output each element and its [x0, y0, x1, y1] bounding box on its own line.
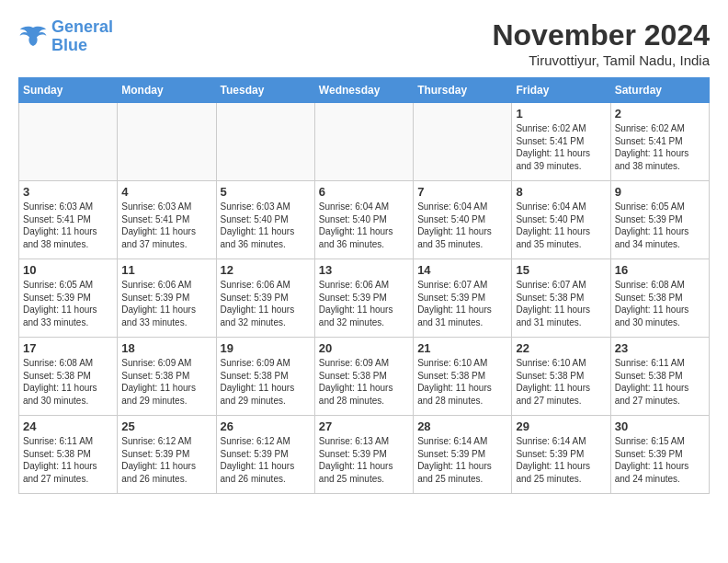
- calendar-cell: 7Sunrise: 6:04 AM Sunset: 5:40 PM Daylig…: [414, 181, 512, 259]
- calendar-cell: 4Sunrise: 6:03 AM Sunset: 5:41 PM Daylig…: [118, 181, 216, 259]
- location-subtitle: Tiruvottiyur, Tamil Nadu, India: [492, 52, 710, 68]
- page-header: General Blue November 2024 Tiruvottiyur,…: [18, 18, 710, 68]
- day-info: Sunrise: 6:02 AM Sunset: 5:41 PM Dayligh…: [615, 122, 705, 172]
- day-number: 17: [23, 341, 113, 355]
- day-info: Sunrise: 6:05 AM Sunset: 5:39 PM Dayligh…: [615, 201, 705, 250]
- day-info: Sunrise: 6:11 AM Sunset: 5:38 PM Dayligh…: [615, 357, 705, 407]
- week-row-2: 3Sunrise: 6:03 AM Sunset: 5:41 PM Daylig…: [19, 181, 710, 259]
- day-number: 9: [615, 185, 705, 199]
- logo-line2: Blue: [51, 36, 87, 54]
- day-info: Sunrise: 6:10 AM Sunset: 5:38 PM Dayligh…: [516, 357, 606, 407]
- day-info: Sunrise: 6:15 AM Sunset: 5:39 PM Dayligh…: [615, 435, 705, 485]
- day-number: 14: [417, 263, 507, 277]
- logo-line1: General: [51, 17, 113, 36]
- day-info: Sunrise: 6:12 AM Sunset: 5:39 PM Dayligh…: [121, 435, 211, 485]
- calendar-cell: 8Sunrise: 6:04 AM Sunset: 5:40 PM Daylig…: [512, 181, 610, 259]
- title-block: November 2024 Tiruvottiyur, Tamil Nadu, …: [492, 18, 710, 68]
- day-number: 18: [121, 341, 211, 355]
- day-number: 30: [615, 419, 705, 433]
- day-number: 22: [516, 341, 606, 355]
- day-number: 10: [23, 263, 113, 277]
- day-info: Sunrise: 6:09 AM Sunset: 5:38 PM Dayligh…: [319, 357, 409, 407]
- calendar-cell: 13Sunrise: 6:06 AM Sunset: 5:39 PM Dayli…: [314, 259, 413, 338]
- day-number: 7: [417, 185, 507, 199]
- day-info: Sunrise: 6:08 AM Sunset: 5:38 PM Dayligh…: [23, 357, 113, 407]
- week-row-3: 10Sunrise: 6:05 AM Sunset: 5:39 PM Dayli…: [19, 259, 710, 338]
- day-number: 15: [516, 263, 606, 277]
- day-number: 16: [615, 263, 705, 277]
- day-info: Sunrise: 6:05 AM Sunset: 5:39 PM Dayligh…: [23, 279, 113, 328]
- day-number: 11: [121, 263, 211, 277]
- day-number: 26: [221, 419, 311, 433]
- calendar-cell: 24Sunrise: 6:11 AM Sunset: 5:38 PM Dayli…: [19, 416, 118, 494]
- calendar-cell: [216, 103, 314, 181]
- day-info: Sunrise: 6:06 AM Sunset: 5:39 PM Dayligh…: [319, 279, 409, 328]
- weekday-header-saturday: Saturday: [610, 78, 709, 103]
- day-number: 23: [615, 341, 705, 355]
- day-info: Sunrise: 6:06 AM Sunset: 5:39 PM Dayligh…: [121, 279, 211, 328]
- day-number: 3: [23, 185, 113, 199]
- calendar-cell: 26Sunrise: 6:12 AM Sunset: 5:39 PM Dayli…: [216, 416, 314, 494]
- calendar-cell: 27Sunrise: 6:13 AM Sunset: 5:39 PM Dayli…: [314, 416, 413, 494]
- calendar-cell: [19, 103, 118, 181]
- day-number: 29: [516, 419, 606, 433]
- day-number: 24: [23, 419, 113, 433]
- week-row-5: 24Sunrise: 6:11 AM Sunset: 5:38 PM Dayli…: [19, 416, 710, 494]
- calendar-cell: 1Sunrise: 6:02 AM Sunset: 5:41 PM Daylig…: [512, 103, 610, 181]
- day-info: Sunrise: 6:03 AM Sunset: 5:41 PM Dayligh…: [23, 201, 113, 250]
- weekday-header-wednesday: Wednesday: [314, 78, 413, 103]
- calendar-cell: 21Sunrise: 6:10 AM Sunset: 5:38 PM Dayli…: [414, 338, 512, 416]
- week-row-4: 17Sunrise: 6:08 AM Sunset: 5:38 PM Dayli…: [19, 338, 710, 416]
- day-number: 20: [319, 341, 409, 355]
- calendar-cell: [414, 103, 512, 181]
- month-title: November 2024: [492, 18, 710, 52]
- day-info: Sunrise: 6:04 AM Sunset: 5:40 PM Dayligh…: [417, 201, 507, 250]
- logo-bird-icon: [18, 24, 48, 50]
- day-info: Sunrise: 6:04 AM Sunset: 5:40 PM Dayligh…: [516, 201, 606, 250]
- calendar-cell: 22Sunrise: 6:10 AM Sunset: 5:38 PM Dayli…: [512, 338, 610, 416]
- day-info: Sunrise: 6:11 AM Sunset: 5:38 PM Dayligh…: [23, 435, 113, 485]
- calendar-cell: 11Sunrise: 6:06 AM Sunset: 5:39 PM Dayli…: [118, 259, 216, 338]
- calendar-cell: [314, 103, 413, 181]
- week-row-1: 1Sunrise: 6:02 AM Sunset: 5:41 PM Daylig…: [19, 103, 710, 181]
- weekday-header-thursday: Thursday: [414, 78, 512, 103]
- logo-text: General Blue: [51, 18, 113, 55]
- calendar-table: SundayMondayTuesdayWednesdayThursdayFrid…: [18, 77, 710, 494]
- day-info: Sunrise: 6:13 AM Sunset: 5:39 PM Dayligh…: [319, 435, 409, 485]
- calendar-cell: 16Sunrise: 6:08 AM Sunset: 5:38 PM Dayli…: [610, 259, 709, 338]
- weekday-header-friday: Friday: [512, 78, 610, 103]
- calendar-cell: 29Sunrise: 6:14 AM Sunset: 5:39 PM Dayli…: [512, 416, 610, 494]
- day-number: 1: [516, 107, 606, 121]
- calendar-cell: 10Sunrise: 6:05 AM Sunset: 5:39 PM Dayli…: [19, 259, 118, 338]
- day-info: Sunrise: 6:10 AM Sunset: 5:38 PM Dayligh…: [417, 357, 507, 407]
- day-info: Sunrise: 6:06 AM Sunset: 5:39 PM Dayligh…: [221, 279, 311, 328]
- calendar-cell: 19Sunrise: 6:09 AM Sunset: 5:38 PM Dayli…: [216, 338, 314, 416]
- calendar-cell: 20Sunrise: 6:09 AM Sunset: 5:38 PM Dayli…: [314, 338, 413, 416]
- day-info: Sunrise: 6:08 AM Sunset: 5:38 PM Dayligh…: [615, 279, 705, 328]
- calendar-cell: 9Sunrise: 6:05 AM Sunset: 5:39 PM Daylig…: [610, 181, 709, 259]
- day-number: 2: [615, 107, 705, 121]
- weekday-header-sunday: Sunday: [19, 78, 118, 103]
- weekday-header-row: SundayMondayTuesdayWednesdayThursdayFrid…: [19, 78, 710, 103]
- weekday-header-tuesday: Tuesday: [216, 78, 314, 103]
- calendar-cell: 15Sunrise: 6:07 AM Sunset: 5:38 PM Dayli…: [512, 259, 610, 338]
- calendar-cell: 23Sunrise: 6:11 AM Sunset: 5:38 PM Dayli…: [610, 338, 709, 416]
- logo: General Blue: [18, 18, 113, 55]
- day-info: Sunrise: 6:07 AM Sunset: 5:39 PM Dayligh…: [417, 279, 507, 328]
- day-info: Sunrise: 6:14 AM Sunset: 5:39 PM Dayligh…: [516, 435, 606, 485]
- day-info: Sunrise: 6:09 AM Sunset: 5:38 PM Dayligh…: [221, 357, 311, 407]
- day-number: 6: [319, 185, 409, 199]
- day-info: Sunrise: 6:12 AM Sunset: 5:39 PM Dayligh…: [221, 435, 311, 485]
- calendar-cell: [118, 103, 216, 181]
- day-number: 5: [221, 185, 311, 199]
- day-number: 25: [121, 419, 211, 433]
- calendar-cell: 12Sunrise: 6:06 AM Sunset: 5:39 PM Dayli…: [216, 259, 314, 338]
- day-number: 8: [516, 185, 606, 199]
- day-number: 27: [319, 419, 409, 433]
- calendar-cell: 5Sunrise: 6:03 AM Sunset: 5:40 PM Daylig…: [216, 181, 314, 259]
- calendar-cell: 25Sunrise: 6:12 AM Sunset: 5:39 PM Dayli…: [118, 416, 216, 494]
- calendar-cell: 28Sunrise: 6:14 AM Sunset: 5:39 PM Dayli…: [414, 416, 512, 494]
- day-info: Sunrise: 6:09 AM Sunset: 5:38 PM Dayligh…: [121, 357, 211, 407]
- day-info: Sunrise: 6:04 AM Sunset: 5:40 PM Dayligh…: [319, 201, 409, 250]
- day-number: 4: [121, 185, 211, 199]
